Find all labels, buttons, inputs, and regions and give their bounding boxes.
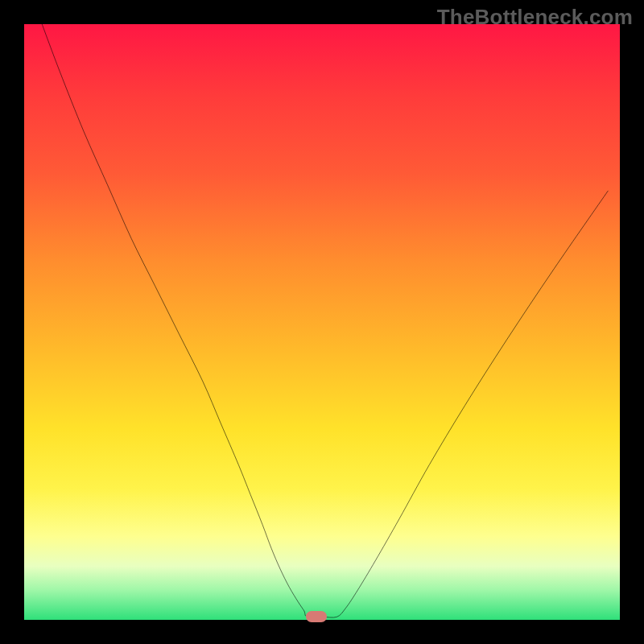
plot-area [24,24,620,620]
chart-frame: TheBottleneck.com [0,0,644,644]
minimum-marker [306,611,327,622]
watermark-text: TheBottleneck.com [437,5,633,30]
gradient-background [24,24,620,620]
